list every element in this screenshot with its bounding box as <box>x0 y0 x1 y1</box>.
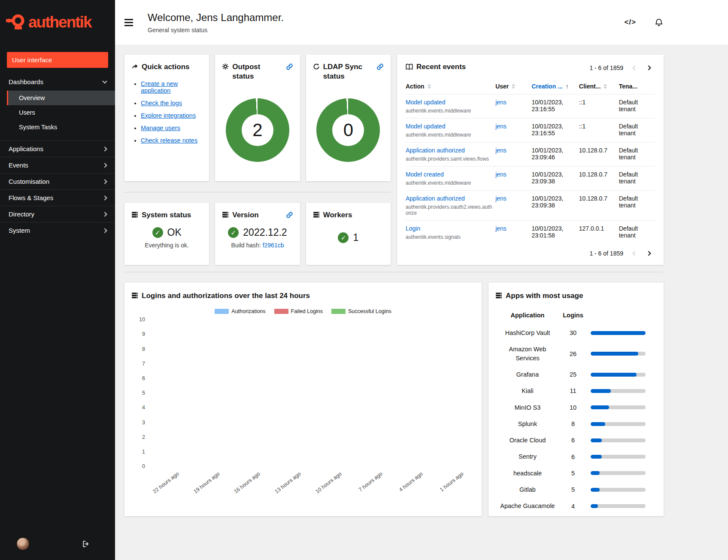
event-context: authentik.events.middleware <box>406 108 493 114</box>
quick-action-link-explore-integrations[interactable]: Explore integrations <box>141 112 196 119</box>
event-action-link[interactable]: Application authorized <box>406 195 465 202</box>
sidebar-item-overview[interactable]: Overview <box>7 91 115 105</box>
system-status-value: OK <box>167 227 182 238</box>
events-column-creation[interactable]: Creation ...↑ <box>531 80 579 94</box>
user-avatar[interactable] <box>16 537 30 551</box>
quick-action-link-manage-users[interactable]: Manage users <box>141 125 180 131</box>
quick-action-link-check-release-notes[interactable]: Check release notes <box>141 137 197 144</box>
sidebar-item-users[interactable]: Users <box>7 105 115 120</box>
chevron-right-icon <box>102 179 107 184</box>
sidebar-item-flows-stages[interactable]: Flows & Stages <box>0 189 115 206</box>
system-status-card: System status ✓ OK Everything is ok. <box>124 203 209 265</box>
sidebar-item-system-tasks[interactable]: System Tasks <box>7 120 115 134</box>
notifications-bell-icon[interactable] <box>654 18 664 27</box>
quick-action-link-create-a-new-application[interactable]: Create a new application <box>141 80 178 94</box>
event-context: authentik.events.middleware <box>406 132 493 138</box>
table-row: Application authorizedauthentik.provider… <box>406 143 655 167</box>
pagination-prev-button[interactable] <box>628 248 641 259</box>
events-footer: 1 - 6 of 1859 <box>406 244 655 259</box>
event-user-cell: jens <box>495 191 531 221</box>
pagination-prev-button[interactable] <box>628 62 641 73</box>
event-action-link[interactable]: Application authorized <box>406 147 465 154</box>
sidebar-item-system[interactable]: System <box>0 222 115 238</box>
logo-text: authentik <box>28 13 91 31</box>
event-action-cell: Model updatedauthentik.events.middleware <box>406 94 495 119</box>
y-axis-label: 7 <box>142 361 145 367</box>
build-hash-link[interactable]: f2961cb <box>263 242 284 249</box>
event-user-link[interactable]: jens <box>495 123 507 130</box>
menu-toggle-button[interactable] <box>122 16 136 29</box>
sidebar-item-applications[interactable]: Applications <box>0 140 115 157</box>
event-action-link[interactable]: Login <box>406 225 420 232</box>
event-user-link[interactable]: jens <box>495 225 507 232</box>
events-header-row: ActionUserCreation ...↑Client...Tena... <box>406 80 655 94</box>
dashboards-subnav: OverviewUsersSystem Tasks <box>7 91 115 134</box>
event-client-cell: 10.128.0.7 <box>579 191 619 221</box>
app-logins-count: 25 <box>560 367 586 382</box>
events-column-user[interactable]: User <box>495 80 531 94</box>
app-logins-count: 10 <box>560 400 586 415</box>
app-name: Apache Guacamole <box>495 498 560 514</box>
sidebar-item-events[interactable]: Events <box>0 157 115 173</box>
sign-out-icon[interactable] <box>82 540 90 548</box>
event-user-link[interactable]: jens <box>495 147 507 154</box>
sidebar-item-directory[interactable]: Directory <box>0 206 115 222</box>
event-user-link[interactable]: jens <box>495 99 507 106</box>
event-context: authentik.events.middleware <box>406 180 493 186</box>
api-code-icon[interactable]: </> <box>624 18 636 27</box>
event-action-link[interactable]: Model updated <box>406 123 446 130</box>
quick-action-link-check-the-logs[interactable]: Check the logs <box>141 100 182 107</box>
ldap-link-icon[interactable] <box>376 63 384 70</box>
event-action-cell: Application authorizedauthentik.provider… <box>406 191 495 221</box>
event-client-cell: ::1 <box>579 119 619 143</box>
table-row: Model updatedauthentik.events.middleware… <box>406 119 655 143</box>
version-title: Version <box>222 210 258 220</box>
event-user-link[interactable]: jens <box>495 195 507 202</box>
arrow-icon <box>131 63 138 70</box>
quick-action-item: Manage users <box>141 125 202 131</box>
server-icon <box>131 211 138 218</box>
app-logins-count: 6 <box>560 433 586 447</box>
event-action-link[interactable]: Model updated <box>406 99 446 106</box>
app-usage-progressbar <box>591 331 646 335</box>
book-icon <box>406 63 413 70</box>
legend-swatch <box>274 309 288 314</box>
event-tenant-cell: Default tenant <box>619 119 655 143</box>
ldap-sync-title: LDAP Sync status <box>313 62 363 81</box>
event-client-cell: 10.128.0.7 <box>579 167 619 191</box>
app-usage-progressbar <box>591 471 646 475</box>
y-axis-label: 2 <box>142 434 145 440</box>
sort-icon <box>512 84 515 89</box>
app-root: authentik User interface Dashboards Over… <box>0 0 728 560</box>
outpost-link-icon[interactable] <box>286 63 293 70</box>
version-link-icon[interactable] <box>286 211 293 219</box>
sidebar-item-label: Directory <box>9 210 34 218</box>
authentik-logo[interactable]: authentik <box>0 0 115 45</box>
version-card: Version ✓ 2022.12.2 Build hash: <box>215 203 300 265</box>
sidebar-item-dashboards[interactable]: Dashboards <box>0 74 115 90</box>
divider <box>124 272 664 272</box>
x-axis-label: 16 hours ago <box>233 471 261 495</box>
pagination-next-button[interactable] <box>642 248 655 259</box>
y-axis-label: 10 <box>139 317 145 323</box>
column-label: Tena... <box>619 83 637 90</box>
app-logins-count: 5 <box>560 466 586 481</box>
system-status-title: System status <box>131 210 202 220</box>
legend-item-authorizations: Authorizations <box>215 308 265 314</box>
system-status-description: Everything is ok. <box>145 242 189 249</box>
sort-icon <box>428 84 431 89</box>
event-tenant-cell: Default tenant <box>619 191 655 221</box>
recent-events-title: Recent events <box>406 62 466 72</box>
sidebar-item-customisation[interactable]: Customisation <box>0 173 115 189</box>
event-action-link[interactable]: Model created <box>406 171 444 178</box>
outpost-status-card: Outpost status 2 <box>215 55 300 181</box>
ldap-donut-chart: 0 <box>316 98 380 162</box>
events-column-client[interactable]: Client... <box>579 80 619 94</box>
user-interface-button[interactable]: User interface <box>7 52 108 68</box>
event-user-link[interactable]: jens <box>495 171 507 178</box>
events-column-action[interactable]: Action <box>406 80 495 94</box>
bottom-section: Logins and authorizations over the last … <box>124 283 664 516</box>
sidebar-item-label: Applications <box>9 145 43 152</box>
outpost-donut-chart: 2 <box>226 98 289 162</box>
pagination-next-button[interactable] <box>642 62 655 73</box>
